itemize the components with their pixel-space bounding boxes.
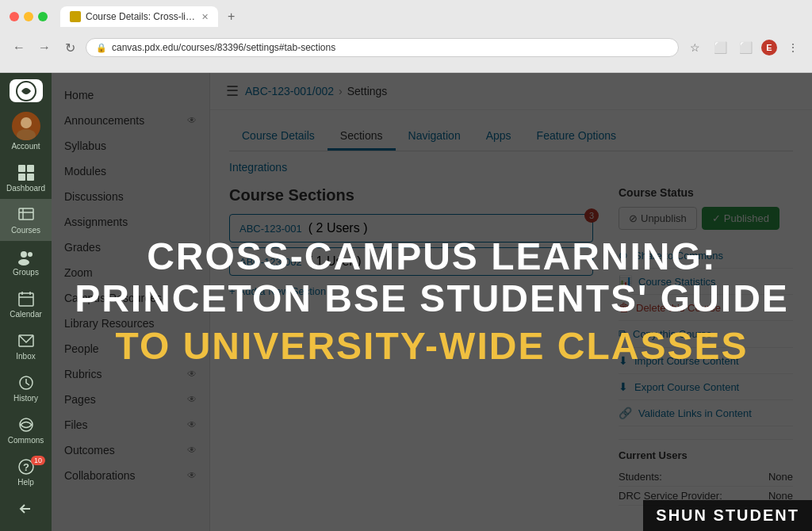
- tab-label: Course Details: Cross-list Ex...: [86, 11, 197, 22]
- svg-point-10: [21, 251, 27, 258]
- avatar: [12, 112, 40, 140]
- calendar-icon: [17, 289, 36, 308]
- svg-rect-6: [27, 174, 34, 181]
- close-dot[interactable]: [10, 12, 19, 21]
- sidebar-item-history[interactable]: History: [0, 367, 52, 409]
- sidebar-item-account[interactable]: Account: [0, 105, 52, 157]
- browser-navbar: ← → ↻ 🔒 canvas.pdx.edu/courses/83396/set…: [0, 32, 812, 63]
- sidebar-item-groups[interactable]: Groups: [0, 241, 52, 283]
- svg-rect-7: [19, 208, 33, 220]
- commons-icon: [17, 415, 36, 434]
- tab-favicon: [70, 11, 81, 22]
- groups-icon: [17, 247, 36, 266]
- sidebar-item-dashboard[interactable]: Dashboard: [0, 157, 52, 199]
- sidebar-item-help[interactable]: ? 10 Help: [0, 451, 52, 493]
- svg-point-12: [18, 259, 29, 266]
- browser-actions: ☆ ⬜ ⬜ E ⋮: [685, 38, 802, 57]
- overlay-subtitle: TO UNIVERSITY-WIDE CLASSES: [116, 326, 749, 368]
- active-tab[interactable]: Course Details: Cross-list Ex... ✕: [60, 6, 218, 27]
- sidebar-item-label-help: Help: [17, 478, 34, 487]
- browser-user-avatar[interactable]: E: [761, 40, 777, 55]
- sidebar-item-courses[interactable]: Courses: [0, 199, 52, 241]
- maximize-dot[interactable]: [38, 12, 48, 21]
- courses-icon: [17, 205, 36, 224]
- sidebar-item-label-commons: Commons: [8, 436, 44, 445]
- svg-rect-4: [27, 165, 34, 172]
- dashboard-icon: [17, 163, 36, 182]
- share-button[interactable]: ⬜: [710, 38, 730, 57]
- history-icon: [17, 373, 36, 392]
- sidebar-item-label-calendar: Calendar: [10, 310, 42, 319]
- tab-close-button[interactable]: ✕: [201, 12, 209, 22]
- sidebar: Account Dashboard Courses Groups Calenda: [0, 73, 52, 531]
- new-tab-button[interactable]: +: [228, 10, 235, 24]
- minimize-dot[interactable]: [24, 12, 33, 21]
- address-bar[interactable]: 🔒 canvas.pdx.edu/courses/83396/settings#…: [86, 38, 679, 57]
- sidebar-item-label-inbox: Inbox: [16, 352, 35, 361]
- svg-point-19: [20, 418, 33, 431]
- svg-rect-3: [18, 165, 25, 172]
- browser-titlebar: Course Details: Cross-list Ex... ✕ +: [0, 0, 812, 32]
- sidebar-item-label-groups: Groups: [13, 268, 39, 277]
- collapse-icon: [17, 499, 36, 518]
- reload-button[interactable]: ↻: [60, 38, 79, 57]
- svg-point-2: [17, 129, 36, 140]
- sidebar-item-label-dashboard: Dashboard: [6, 184, 45, 193]
- svg-rect-5: [18, 174, 25, 181]
- svg-point-11: [28, 252, 33, 257]
- help-badge: 10: [31, 456, 45, 465]
- overlay-footer: SHUN STUDENT: [643, 500, 812, 531]
- overlay-footer-text: SHUN STUDENT: [656, 506, 799, 524]
- sidebar-item-inbox[interactable]: Inbox: [0, 325, 52, 367]
- sidebar-item-label-history: History: [13, 394, 38, 403]
- svg-rect-13: [19, 293, 33, 306]
- collapse-sidebar-button[interactable]: [0, 493, 52, 525]
- inbox-icon: [17, 331, 36, 350]
- sidebar-item-label-courses: Courses: [11, 226, 40, 235]
- svg-point-1: [21, 117, 32, 128]
- canvas-logo[interactable]: [10, 79, 43, 102]
- extensions-button[interactable]: ⬜: [736, 38, 755, 57]
- address-text: canvas.pdx.edu/courses/83396/settings#ta…: [112, 42, 335, 53]
- browser-chrome: Course Details: Cross-list Ex... ✕ + ← →…: [0, 0, 812, 73]
- svg-text:?: ?: [23, 461, 29, 473]
- overlay: CROSS-CAMPUS LEARNING: PRINCETON BSE STU…: [52, 73, 812, 531]
- back-button[interactable]: ←: [10, 38, 29, 57]
- sidebar-item-commons[interactable]: Commons: [0, 409, 52, 451]
- bookmark-button[interactable]: ☆: [685, 38, 704, 57]
- overlay-title: CROSS-CAMPUS LEARNING: PRINCETON BSE STU…: [52, 236, 812, 320]
- browser-dots: [10, 12, 48, 21]
- forward-button[interactable]: →: [35, 38, 54, 57]
- more-options-button[interactable]: ⋮: [783, 38, 802, 57]
- sidebar-item-label-account: Account: [11, 142, 40, 151]
- sidebar-item-calendar[interactable]: Calendar: [0, 283, 52, 325]
- address-icon: 🔒: [96, 43, 107, 53]
